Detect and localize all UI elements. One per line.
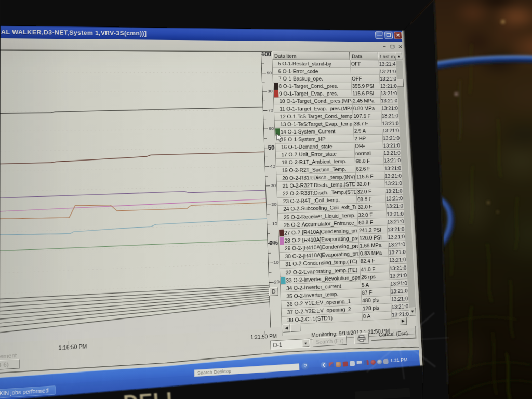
svg-text:DELL: DELL: [123, 388, 180, 399]
